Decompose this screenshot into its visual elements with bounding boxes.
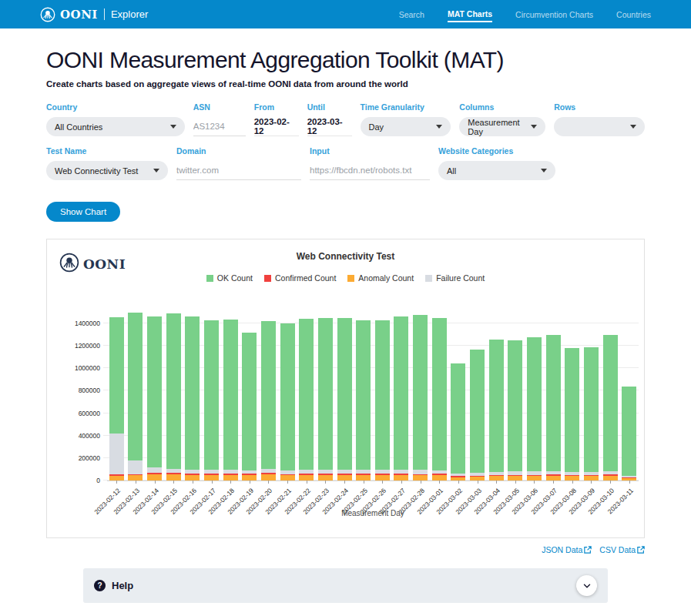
bar-segment[interactable] <box>394 470 408 474</box>
bar-segment[interactable] <box>337 474 352 475</box>
bar-segment[interactable] <box>413 475 428 480</box>
bar-segment[interactable] <box>299 470 314 474</box>
bar-segment[interactable] <box>451 474 465 477</box>
bar-segment[interactable] <box>565 348 579 472</box>
bar-segment[interactable] <box>223 470 238 474</box>
bar-segment[interactable] <box>527 337 542 471</box>
bar-segment[interactable] <box>622 387 636 477</box>
bar-segment[interactable] <box>546 471 561 474</box>
bar-segment[interactable] <box>337 318 352 469</box>
bar-segment[interactable] <box>280 470 295 474</box>
legend-item[interactable]: OK Count <box>206 273 253 283</box>
bar-segment[interactable] <box>223 474 238 475</box>
bar-segment[interactable] <box>470 476 485 477</box>
bar-segment[interactable] <box>356 320 371 470</box>
bar-segment[interactable] <box>622 476 636 477</box>
bar-segment[interactable] <box>394 474 408 475</box>
bar-segment[interactable] <box>223 320 238 470</box>
bar-segment[interactable] <box>584 475 599 476</box>
country-select[interactable]: All Countries <box>46 117 185 136</box>
bar-segment[interactable] <box>280 474 295 475</box>
show-chart-button[interactable]: Show Chart <box>46 202 120 222</box>
bar-segment[interactable] <box>299 474 314 475</box>
bar-segment[interactable] <box>109 474 124 476</box>
bar-segment[interactable] <box>185 470 200 474</box>
bar-segment[interactable] <box>432 318 447 470</box>
bar-segment[interactable] <box>470 350 485 472</box>
bar-segment[interactable] <box>204 320 219 470</box>
bar-segment[interactable] <box>147 316 162 468</box>
bar-segment[interactable] <box>394 475 408 480</box>
nav-item-countries[interactable]: Countries <box>616 7 651 22</box>
bar-segment[interactable] <box>451 476 465 477</box>
bar-segment[interactable] <box>147 473 162 474</box>
nav-item-mat-charts[interactable]: MAT Charts <box>448 6 492 22</box>
bar-segment[interactable] <box>166 473 181 474</box>
legend-item[interactable]: Failure Count <box>425 273 485 283</box>
bar-segment[interactable] <box>451 363 465 474</box>
bar-segment[interactable] <box>223 475 238 480</box>
bar-segment[interactable] <box>489 472 504 475</box>
test-name-select[interactable]: Web Connectivity Test <box>46 161 168 180</box>
bar-segment[interactable] <box>603 335 618 471</box>
bar-segment[interactable] <box>337 475 352 480</box>
bar-segment[interactable] <box>508 475 522 476</box>
bar-segment[interactable] <box>318 470 333 474</box>
bar-segment[interactable] <box>337 470 352 474</box>
time-granularity-select[interactable]: Day <box>361 117 451 136</box>
bar-segment[interactable] <box>356 470 371 474</box>
bar-segment[interactable] <box>242 470 257 474</box>
bar-segment[interactable] <box>299 475 314 480</box>
input-input[interactable] <box>310 161 430 180</box>
bar-segment[interactable] <box>546 474 561 476</box>
bar-segment[interactable] <box>565 472 579 475</box>
bar-segment[interactable] <box>527 475 542 476</box>
bar-segment[interactable] <box>204 475 219 480</box>
bar-segment[interactable] <box>109 434 124 475</box>
bar-segment[interactable] <box>280 475 295 480</box>
bar-segment[interactable] <box>109 317 124 434</box>
bar-segment[interactable] <box>261 321 276 470</box>
legend-item[interactable]: Confirmed Count <box>264 273 336 283</box>
domain-input[interactable] <box>176 161 301 180</box>
bar-segment[interactable] <box>204 470 219 474</box>
rows-select[interactable] <box>554 117 645 136</box>
bar-segment[interactable] <box>375 470 390 474</box>
bar-segment[interactable] <box>242 475 257 480</box>
help-accordion[interactable]: ? Help <box>83 568 608 603</box>
bar-segment[interactable] <box>128 474 143 475</box>
bar-segment[interactable] <box>261 469 276 473</box>
bar-segment[interactable] <box>299 319 314 470</box>
ooni-explorer-logo[interactable]: OONI Explorer <box>40 7 148 22</box>
bar-segment[interactable] <box>508 471 522 474</box>
csv-data-link[interactable]: CSV Data <box>599 545 645 554</box>
legend-item[interactable]: Anomaly Count <box>347 273 414 283</box>
bar-segment[interactable] <box>565 475 579 476</box>
bar-segment[interactable] <box>432 470 447 474</box>
bar-segment[interactable] <box>147 474 162 480</box>
bar-segment[interactable] <box>546 335 561 471</box>
bar-segment[interactable] <box>508 340 522 471</box>
bar-segment[interactable] <box>185 316 200 470</box>
until-date-input[interactable]: 2023-03-12 <box>307 117 352 136</box>
bar-segment[interactable] <box>356 474 371 475</box>
bar-segment[interactable] <box>622 477 636 478</box>
nav-item-search[interactable]: Search <box>399 7 424 22</box>
bar-segment[interactable] <box>318 475 333 480</box>
bar-segment[interactable] <box>356 475 371 480</box>
bar-segment[interactable] <box>394 316 408 470</box>
bar-segment[interactable] <box>204 474 219 475</box>
bar-segment[interactable] <box>470 473 485 476</box>
bar-segment[interactable] <box>166 474 181 480</box>
bar-segment[interactable] <box>147 467 162 473</box>
bar-segment[interactable] <box>128 460 143 474</box>
help-expand-button[interactable] <box>576 575 597 596</box>
bar-segment[interactable] <box>375 320 390 470</box>
bar-segment[interactable] <box>280 323 295 470</box>
bar-segment[interactable] <box>584 347 599 472</box>
bar-segment[interactable] <box>128 313 143 460</box>
bar-segment[interactable] <box>489 340 504 472</box>
bar-segment[interactable] <box>603 474 618 476</box>
bar-segment[interactable] <box>527 471 542 474</box>
bar-segment[interactable] <box>166 469 181 474</box>
